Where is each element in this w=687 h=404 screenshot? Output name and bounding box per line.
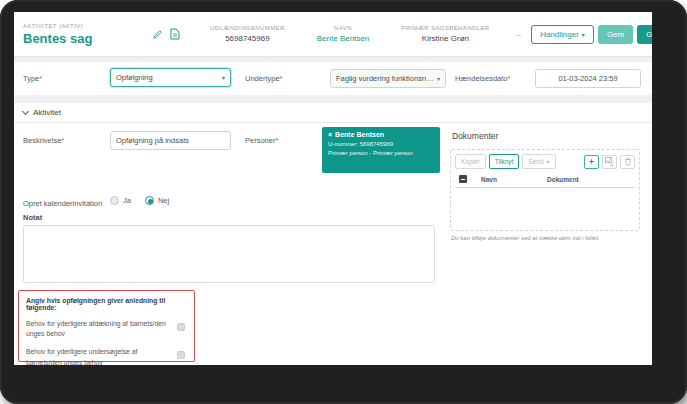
gem-som-button[interactable]: Gem som...▾	[637, 25, 652, 44]
remove-person-icon[interactable]: ×	[328, 131, 332, 138]
navn-value-link[interactable]: Bente Bentsen	[317, 34, 369, 43]
notat-label: Notat	[23, 213, 42, 222]
beskrivelse-label: Beskrivelse*	[23, 136, 64, 145]
header-icons	[86, 28, 194, 40]
required-mark: *	[61, 136, 64, 145]
radio-ja-label: Ja	[123, 196, 131, 205]
type-select-value: Opfølgning	[116, 73, 219, 82]
followup-option-label: Behov for yderligere undersøgelse af bar…	[26, 348, 137, 365]
add-document-icon[interactable]: +	[584, 155, 599, 169]
haendelsesdato-input[interactable]	[535, 69, 641, 88]
dokumenter-panel: Kopiér Tilknyt Send▾ + Navn Dokument	[450, 149, 640, 231]
header-toolbar: Handlinger▾ Gem Gem som...▾ Luk	[531, 25, 652, 44]
person-chip-role: Primær person - Primær person	[328, 150, 434, 156]
notat-textarea[interactable]	[23, 225, 435, 283]
dokumenter-title: Dokumenter	[452, 131, 498, 141]
tilknyt-button[interactable]: Tilknyt	[489, 154, 520, 169]
navn-label: NAVN	[317, 25, 369, 31]
followup-annotated-box: Angiv hvis opfølgningen giver anledning …	[18, 290, 195, 362]
chevron-down-icon: ▾	[547, 159, 550, 165]
followup-option-row: Behov for yderligere undersøgelse af bar…	[19, 339, 194, 365]
undertype-label: Undertype*	[245, 74, 283, 83]
page-title: Bentes sag	[23, 31, 78, 46]
app-window: AKTIVITET (AKTIV) Bentes sag UDLÆNDINGEN…	[14, 12, 652, 365]
dokumenter-empty-area[interactable]	[455, 188, 635, 222]
undertype-select[interactable]: Faglig vurdering funktionsneds... ▾	[330, 69, 446, 88]
send-button[interactable]: Send▾	[522, 154, 555, 169]
aktivitet-section-header[interactable]: Aktivitet	[14, 103, 652, 123]
aktivitet-section-title: Aktivitet	[33, 108, 61, 117]
case-header: AKTIVITET (AKTIV) Bentes sag UDLÆNDINGEN…	[14, 12, 652, 57]
followup-option-checkbox[interactable]	[177, 323, 185, 331]
radio-ja-dot[interactable]	[110, 196, 119, 205]
followup-option-checkbox[interactable]	[177, 351, 185, 359]
sagsbehandler-label: PRIMÆR SAGSBEHANDLER	[401, 25, 489, 31]
required-mark: *	[280, 74, 283, 83]
entity-type-label: AKTIVITET (AKTIV)	[23, 23, 78, 29]
beskrivelse-input[interactable]	[110, 131, 231, 150]
followup-option-row: Behov for yderligere afdækning af barnet…	[19, 311, 194, 339]
chevron-down-icon: ▾	[222, 74, 225, 81]
followup-heading: Angiv hvis opfølgningen giver anledning …	[19, 291, 194, 311]
document-note-icon[interactable]	[170, 28, 180, 40]
trash-icon[interactable]	[620, 155, 635, 169]
select-all-checkbox[interactable]	[459, 175, 467, 183]
type-row: Type* Opfølgning ▾ Undertype* Faglig vur…	[14, 62, 652, 95]
header-field-sagsbehandler: PRIMÆR SAGSBEHANDLER Kirstine Grøn	[385, 25, 505, 43]
undertype-select-value: Faglig vurdering funktionsneds...	[336, 74, 434, 83]
handlinger-button[interactable]: Handlinger▾	[531, 25, 594, 44]
sagsbehandler-value: Kirstine Grøn	[401, 34, 489, 43]
radio-nej-label: Nej	[158, 196, 169, 205]
aktivitet-section: Aktivitet Beskrivelse* Personer* ×Bente …	[14, 103, 652, 365]
dokumenter-icon-buttons: +	[584, 155, 635, 169]
edit-pencil-icon[interactable]	[152, 29, 163, 40]
gem-button[interactable]: Gem	[598, 25, 633, 44]
radio-nej[interactable]: Nej	[145, 196, 169, 205]
required-mark: *	[508, 74, 511, 83]
haendelsesdato-label: Hændelsesdato*	[455, 74, 510, 83]
kalenderinvitation-label: Opret kalenderinvitation	[23, 199, 102, 208]
person-chip[interactable]: ×Bente Bentsen U-nummer: 5698745969 Prim…	[322, 127, 440, 173]
dokumenter-toolbar: Kopiér Tilknyt Send▾ +	[455, 154, 635, 169]
dokumenter-drop-hint: Du kan tilføje dokumenter ved at trække …	[451, 235, 641, 241]
column-dokument: Dokument	[547, 176, 579, 183]
unumber-label: UDLÆNDINGENUMMER	[210, 25, 285, 31]
type-label: Type*	[23, 74, 42, 83]
radio-ja[interactable]: Ja	[110, 196, 131, 205]
type-select[interactable]: Opfølgning ▾	[110, 68, 231, 87]
chevron-down-icon: ▾	[582, 32, 585, 38]
unumber-value: 5698745969	[210, 34, 285, 43]
dokumenter-table-header: Navn Dokument	[455, 175, 635, 188]
header-field-navn: NAVN Bente Bentsen	[301, 25, 385, 43]
chevron-down-icon	[22, 108, 29, 115]
personer-label: Personer*	[245, 136, 278, 145]
header-dash-separator: –	[506, 29, 532, 40]
followup-option-label: Behov for yderligere afdækning af barnet…	[26, 320, 166, 337]
person-chip-name: Bente Bentsen	[335, 131, 384, 138]
chevron-down-icon: ▾	[437, 75, 440, 82]
header-field-unumber: UDLÆNDINGENUMMER 5698745969	[194, 25, 301, 43]
kalenderinvitation-radio-group: Ja Nej	[110, 196, 169, 205]
column-navn: Navn	[481, 176, 539, 183]
kopier-button[interactable]: Kopiér	[455, 154, 486, 169]
required-mark: *	[275, 136, 278, 145]
required-mark: *	[39, 74, 42, 83]
case-title-block: AKTIVITET (AKTIV) Bentes sag	[14, 23, 86, 46]
person-chip-unumber: U-nummer: 5698745969	[328, 141, 434, 147]
select-rows-icon[interactable]	[602, 155, 617, 169]
radio-nej-dot[interactable]	[145, 196, 154, 205]
